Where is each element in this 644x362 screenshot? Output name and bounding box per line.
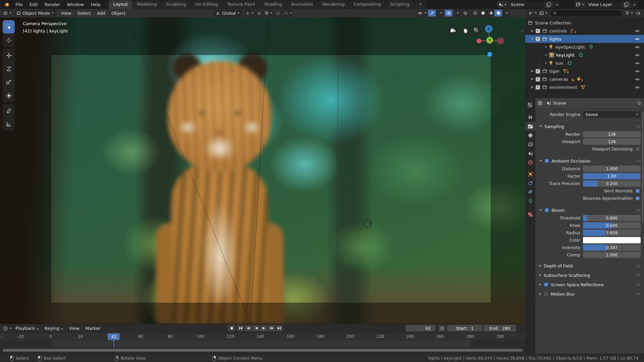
outliner-display-mode-button[interactable] (538, 10, 548, 16)
timeline-menu-playback[interactable]: Playback (12, 326, 42, 331)
timeline-menu-marker[interactable]: Marker (83, 326, 104, 331)
editor-type-button[interactable] (2, 10, 12, 16)
disclosure-icon[interactable] (531, 38, 534, 40)
tool-measure[interactable] (3, 117, 15, 131)
hide-eye-icon[interactable] (635, 61, 640, 65)
camera-view-button[interactable] (447, 25, 459, 36)
tab-animation[interactable]: Animation (287, 0, 318, 9)
3d-viewport[interactable]: Camera Perspective (42) lights | keyLigh… (0, 17, 525, 324)
view-layer-browse-button[interactable] (574, 1, 586, 8)
frame-end-field[interactable]: End: 280 (483, 325, 516, 331)
outliner-root-row[interactable]: Scene Collection (525, 19, 644, 27)
tab-world[interactable] (525, 158, 535, 167)
play-reverse-button[interactable] (253, 325, 260, 331)
tab-modeling[interactable]: Modeling (132, 0, 161, 9)
sidebar-toggle[interactable]: ‹ (520, 27, 525, 35)
disclosure-icon[interactable] (545, 54, 547, 56)
auto-keying-button[interactable] (228, 325, 235, 331)
viewport-samples-field[interactable]: 128 (583, 138, 641, 145)
panel-drag-handle[interactable] (637, 293, 641, 295)
mode-dropdown[interactable]: Object Mode (14, 10, 56, 16)
view-layer-remove-button[interactable]: × (631, 2, 638, 7)
ao-enable-checkbox[interactable] (544, 159, 549, 163)
panel-drag-handle[interactable] (637, 283, 641, 286)
overlays-toggle[interactable] (445, 10, 452, 16)
snap-settings-button[interactable] (264, 10, 273, 16)
hide-eye-icon[interactable] (635, 69, 640, 73)
menu-help[interactable]: Help (88, 0, 104, 9)
tab-render[interactable] (525, 122, 535, 131)
subsurface-scattering-header[interactable]: Subsurface Scattering (535, 271, 644, 280)
tool-cursor[interactable] (3, 34, 15, 47)
bloom-radius-slider[interactable]: 3.919 (583, 230, 641, 236)
add-workspace-tab[interactable]: + (414, 0, 427, 9)
bloom-knee-slider[interactable]: 0.500 (583, 222, 641, 229)
hide-eye-icon[interactable] (635, 53, 640, 57)
shading-material-button[interactable] (487, 10, 494, 16)
xray-toggle[interactable] (462, 10, 469, 16)
scene-copy-button[interactable] (544, 1, 553, 8)
outliner-row-sun[interactable]: sun (525, 59, 644, 67)
timeline-editor-type-button[interactable] (2, 325, 12, 332)
orientation-dropdown[interactable]: Global (214, 10, 242, 16)
axis-gizmo[interactable]: Z Y X (475, 24, 508, 58)
ao-distance-field[interactable]: 1.000 (583, 166, 641, 172)
view-layer-copy-button[interactable] (622, 1, 631, 8)
tab-object[interactable] (525, 170, 535, 179)
properties-editor-type-button[interactable] (525, 100, 535, 109)
tool-select-box[interactable] (3, 20, 15, 34)
viewport-menu-add[interactable]: Add (94, 11, 108, 16)
tab-object-data[interactable] (525, 197, 535, 206)
timeline-menu-view[interactable]: View (66, 326, 83, 331)
properties-editor-icon[interactable] (538, 101, 543, 105)
hide-eye-icon[interactable] (635, 37, 640, 41)
bloom-color-swatch[interactable] (583, 237, 641, 243)
pin-icon[interactable] (637, 101, 641, 106)
disclosure-icon[interactable] (545, 46, 547, 48)
object-visibility-button[interactable] (417, 10, 427, 16)
current-frame-field[interactable]: 42 (406, 325, 435, 331)
bloom-intensity-slider[interactable]: 0.347 (583, 244, 641, 251)
tab-texture[interactable] (525, 210, 535, 219)
ao-factor-slider[interactable]: 1.00 (583, 173, 641, 179)
new-collection-button[interactable] (635, 10, 642, 16)
menu-render[interactable]: Render (41, 0, 63, 9)
jump-to-start-button[interactable] (237, 325, 244, 331)
next-keyframe-button[interactable] (268, 325, 275, 331)
motion-blur-header[interactable]: Motion Blur (535, 290, 644, 298)
scene-browse-button[interactable] (497, 1, 508, 8)
tab-uv-editing[interactable]: UV Editing (191, 0, 222, 9)
snap-toggle-button[interactable] (255, 10, 263, 16)
panel-drag-handle[interactable] (637, 264, 641, 267)
panel-drag-handle[interactable] (637, 160, 641, 162)
outliner-row-enviornment[interactable]: enviornment (525, 83, 644, 91)
playhead-line[interactable] (113, 340, 114, 348)
timeline-tracks[interactable] (0, 341, 525, 348)
jump-to-end-button[interactable] (276, 325, 283, 331)
tab-shading[interactable]: Shading (260, 0, 286, 9)
tab-tool[interactable] (525, 113, 535, 122)
gizmos-toggle[interactable] (428, 10, 436, 16)
timeline-scrollbar-thumb[interactable] (3, 349, 523, 352)
disclosure-icon[interactable] (531, 86, 533, 88)
timeline-expand-arrow[interactable]: › (1, 334, 2, 339)
bloom-enable-checkbox[interactable] (544, 208, 549, 213)
outliner-row-keylight[interactable]: keyLight (525, 51, 644, 59)
bloom-threshold-slider[interactable]: 0.800 (583, 215, 641, 221)
disclosure-icon[interactable] (531, 70, 533, 72)
menu-edit[interactable]: Edit (26, 0, 41, 9)
outliner-row-cameras[interactable]: cameras 2 (525, 75, 644, 83)
render-engine-dropdown[interactable]: Eevee (583, 111, 641, 118)
viewport-menu-object[interactable]: Object (108, 11, 128, 16)
tab-texture-paint[interactable]: Texture Paint (223, 0, 260, 9)
disclosure-icon[interactable] (531, 29, 533, 32)
tab-rendering[interactable]: Rendering (318, 0, 349, 9)
shading-rendered-button[interactable] (494, 10, 502, 16)
tab-scene[interactable] (525, 149, 535, 158)
collection-checkbox[interactable] (536, 85, 540, 89)
disclosure-icon[interactable] (545, 62, 547, 64)
properties-scrollbar[interactable] (642, 112, 643, 222)
outliner-filter-button[interactable] (624, 10, 634, 16)
menu-window[interactable]: Window (63, 0, 87, 9)
disclosure-icon[interactable] (531, 78, 533, 80)
